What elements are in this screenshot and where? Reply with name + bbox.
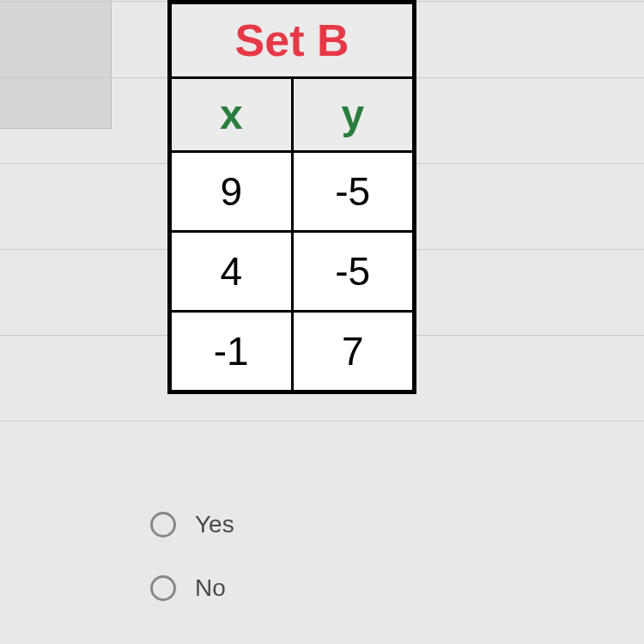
data-table: Set B x y 9 -5 4 -5 -1 7: [167, 0, 416, 394]
radio-label: Yes: [195, 511, 234, 538]
table-header-row: x y: [172, 79, 412, 153]
radio-circle-icon: [150, 512, 176, 538]
ruled-line: [0, 421, 644, 422]
header-x: x: [172, 79, 294, 150]
cell-y: -5: [294, 153, 413, 230]
table-row: -1 7: [172, 313, 412, 390]
radio-option-yes[interactable]: Yes: [150, 511, 234, 538]
cell-x: 9: [172, 153, 294, 230]
cell-y: -5: [294, 233, 413, 310]
radio-label: No: [195, 574, 226, 602]
radio-options: Yes No: [150, 511, 234, 638]
table-row: 9 -5: [172, 153, 412, 233]
radio-circle-icon: [150, 575, 176, 601]
radio-option-no[interactable]: No: [150, 574, 234, 602]
cell-x: -1: [172, 313, 294, 390]
left-panel: [0, 0, 112, 129]
cell-x: 4: [172, 233, 294, 310]
table-title: Set B: [172, 4, 412, 79]
table-row: 4 -5: [172, 233, 412, 313]
header-y: y: [294, 79, 413, 150]
cell-y: 7: [294, 313, 413, 390]
